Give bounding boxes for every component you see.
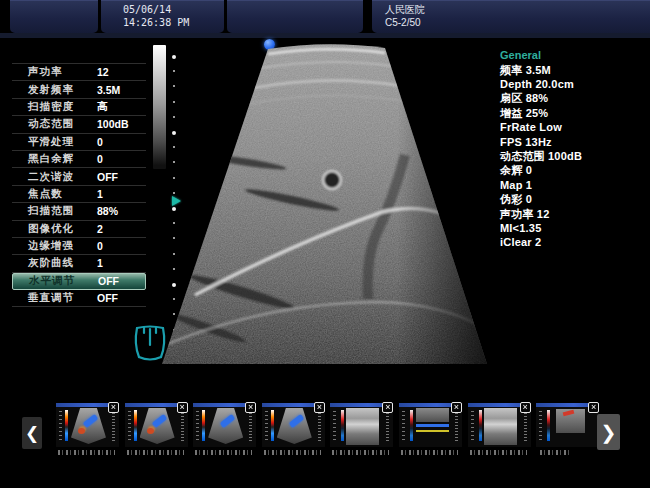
clock-time: 14:26:38 PM: [101, 16, 224, 29]
clock-date: 05/06/14: [101, 0, 224, 16]
thumbnail-2[interactable]: ×: [125, 403, 188, 461]
parameter-row-3[interactable]: 扫描密度高: [12, 99, 146, 116]
info-line-1: 频率 3.5M: [500, 63, 648, 77]
info-line-12: MI<1.35: [500, 221, 648, 235]
filmstrip-next-button[interactable]: ❯: [597, 414, 620, 450]
parameter-label: 扫描范围: [28, 204, 97, 218]
thumbnail-image: [262, 407, 325, 447]
thumbnail-close-icon[interactable]: ×: [177, 402, 188, 413]
thumbnail-8[interactable]: ×: [536, 403, 599, 461]
parameter-label: 平滑处理: [28, 135, 97, 149]
thumbnail-caption: [540, 450, 570, 455]
thumbnail-image: [399, 407, 462, 447]
parameter-value: OFF: [97, 292, 146, 304]
parameter-label: 焦点数: [28, 187, 97, 201]
thumbnail-7[interactable]: ×: [468, 403, 531, 461]
thumbnail-caption: [264, 450, 321, 455]
parameter-row-1[interactable]: 声功率12: [12, 64, 146, 81]
thumbnail-caption: [195, 450, 252, 455]
thumbnail-image: [193, 407, 256, 447]
parameter-list: 声功率12发射频率3.5M扫描密度高动态范围100dB平滑处理0黑白余辉0二次谐…: [12, 63, 146, 307]
parameter-row-2[interactable]: 发射频率3.5M: [12, 81, 146, 98]
parameter-label: 垂直调节: [28, 291, 97, 305]
thumbnail-close-icon[interactable]: ×: [245, 402, 256, 413]
parameter-row-8[interactable]: 焦点数1: [12, 186, 146, 203]
thumbnail-caption: [127, 450, 184, 455]
header-segment-blank-mid: [227, 0, 363, 33]
parameter-row-13[interactable]: 水平调节OFF: [12, 273, 146, 290]
parameter-row-11[interactable]: 边缘增强0: [12, 238, 146, 255]
parameter-value: 2: [97, 223, 146, 235]
thumbnail-image: [468, 407, 531, 447]
thumbnail-caption: [58, 450, 115, 455]
thumbnail-close-icon[interactable]: ×: [314, 402, 325, 413]
parameter-value: 0: [97, 136, 146, 148]
thumbnail-1[interactable]: ×: [56, 403, 119, 461]
preset-title: General: [500, 48, 648, 63]
thumbnail-image: [330, 407, 393, 447]
parameter-value: 1: [97, 257, 146, 269]
parameter-label: 灰阶曲线: [28, 256, 97, 270]
info-line-2: Depth 20.0cm: [500, 77, 648, 91]
info-line-6: FPS 13Hz: [500, 135, 648, 149]
info-line-9: Map 1: [500, 178, 648, 192]
thumbnail-close-icon[interactable]: ×: [588, 402, 599, 413]
parameter-value: 88%: [97, 205, 146, 217]
parameter-label: 二次谐波: [28, 170, 97, 184]
parameter-value: 3.5M: [97, 84, 146, 96]
info-line-7: 动态范围 100dB: [500, 149, 648, 163]
parameter-row-5[interactable]: 平滑处理0: [12, 134, 146, 151]
ultrasound-screen: 05/06/14 14:26:38 PM 人民医院 C5-2/50 声功率12发…: [0, 0, 650, 488]
parameter-value: 100dB: [97, 118, 146, 130]
info-line-5: FrRate Low: [500, 120, 648, 134]
thumbnail-6[interactable]: ×: [399, 403, 462, 461]
parameter-label: 水平调节: [29, 274, 98, 288]
thumbnail-caption: [401, 450, 458, 455]
parameter-value: 0: [97, 153, 146, 165]
info-line-11: 声功率 12: [500, 207, 648, 221]
parameter-label: 声功率: [28, 65, 97, 79]
parameter-value: OFF: [97, 171, 146, 183]
parameter-row-10[interactable]: 图像优化2: [12, 221, 146, 238]
parameter-value: 高: [97, 100, 146, 114]
parameter-label: 边缘增强: [28, 239, 97, 253]
thumbnail-close-icon[interactable]: ×: [382, 402, 393, 413]
thumbnail-close-icon[interactable]: ×: [451, 402, 462, 413]
thumbnail-close-icon[interactable]: ×: [520, 402, 531, 413]
probe-preset: C5-2/50: [372, 16, 650, 29]
thumbnail-image: [536, 407, 599, 447]
thumbnail-caption: [470, 450, 527, 455]
parameter-label: 扫描密度: [28, 100, 97, 114]
parameter-row-6[interactable]: 黑白余辉0: [12, 151, 146, 168]
parameter-row-7[interactable]: 二次谐波OFF: [12, 168, 146, 185]
image-info-lines: 频率 3.5MDepth 20.0cm扇区 88%增益 25%FrRate Lo…: [500, 63, 648, 250]
parameter-row-4[interactable]: 动态范围100dB: [12, 116, 146, 133]
thumbnail-4[interactable]: ×: [262, 403, 325, 461]
hospital-name: 人民医院: [372, 0, 650, 16]
thumbnail-caption: [332, 450, 389, 455]
header-segment-blank-left: [10, 0, 98, 33]
filmstrip-prev-button[interactable]: ❮: [22, 417, 42, 449]
hospital-info: 人民医院 C5-2/50: [372, 0, 650, 33]
info-line-13: iClear 2: [500, 235, 648, 249]
parameter-row-14[interactable]: 垂直调节OFF: [12, 290, 146, 307]
header-substrip: [0, 33, 650, 38]
parameter-row-9[interactable]: 扫描范围88%: [12, 203, 146, 220]
parameter-value: 1: [97, 188, 146, 200]
parameter-value: OFF: [98, 275, 145, 287]
ultrasound-image[interactable]: [150, 40, 495, 370]
parameter-value: 12: [97, 66, 146, 78]
info-line-4: 增益 25%: [500, 106, 648, 120]
thumbnail-image: [125, 407, 188, 447]
parameter-label: 黑白余辉: [28, 152, 97, 166]
clock: 05/06/14 14:26:38 PM: [101, 0, 224, 33]
thumbnail-close-icon[interactable]: ×: [108, 402, 119, 413]
thumbnail-3[interactable]: ×: [193, 403, 256, 461]
thumbnail-image: [56, 407, 119, 447]
info-line-3: 扇区 88%: [500, 91, 648, 105]
parameter-row-12[interactable]: 灰阶曲线1: [12, 255, 146, 272]
body-marker-icon: [131, 320, 169, 364]
info-line-8: 余辉 0: [500, 163, 648, 177]
parameter-value: 0: [97, 240, 146, 252]
thumbnail-5[interactable]: ×: [330, 403, 393, 461]
